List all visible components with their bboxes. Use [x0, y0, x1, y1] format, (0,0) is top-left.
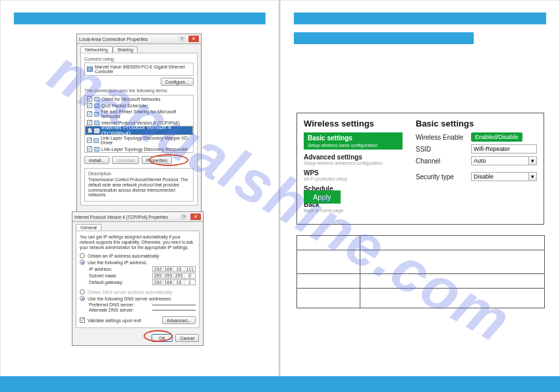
connect-using-label: Connect using:	[84, 57, 194, 61]
radio-icon	[80, 296, 85, 301]
nav-basic-desc: Setup wireless basic configuration	[304, 143, 403, 150]
desc-text: Transmission Control Protocol/Internet P…	[88, 177, 190, 198]
list-item[interactable]: QoS Packet Scheduler	[85, 102, 193, 109]
section-bar	[294, 32, 474, 44]
checkbox-icon[interactable]	[87, 111, 92, 117]
enable-label: Wireless Enable	[416, 134, 467, 141]
channel-label: Channel	[416, 157, 467, 165]
desc-heading: Description	[88, 171, 190, 176]
footer-bar	[0, 376, 560, 392]
ws-right-heading: Basic settings	[416, 119, 537, 128]
nav-wps[interactable]: WPS Wi-Fi protected setup	[304, 169, 403, 181]
lac-tabs: Networking Sharing	[77, 44, 201, 53]
alt-dns-field[interactable]	[152, 310, 196, 311]
ip-label: IP address:	[89, 267, 112, 271]
radio-auto-dns: Obtain DNS server address automatically	[80, 289, 196, 294]
channel-select[interactable]: Auto ▾	[471, 156, 537, 165]
component-icon	[94, 112, 99, 117]
component-icon	[94, 128, 99, 133]
checkbox-icon[interactable]	[87, 120, 92, 125]
properties-button[interactable]: Properties	[142, 156, 172, 164]
table-row	[297, 274, 545, 289]
spec-table	[296, 235, 545, 308]
validate-checkbox[interactable]: Validate settings upon exit	[80, 318, 141, 323]
wireless-settings-panel: Wireless settings Basic settings Setup w…	[296, 113, 544, 225]
radio-use-ip[interactable]: Use the following IP address:	[80, 260, 196, 265]
advanced-button[interactable]: Advanced...	[162, 316, 196, 324]
radio-auto-ip[interactable]: Obtain an IP address automatically	[80, 253, 196, 258]
help-icon[interactable]: ?	[180, 213, 188, 220]
table-row	[297, 236, 545, 250]
nav-advanced[interactable]: Advanced settings Setup wireless advance…	[304, 154, 403, 165]
checkbox-icon[interactable]	[88, 128, 92, 133]
radio-use-dns[interactable]: Use the following DNS server addresses:	[80, 296, 196, 301]
component-icon	[94, 121, 99, 125]
radio-icon	[80, 289, 85, 294]
install-button[interactable]: Install...	[84, 156, 109, 164]
checkbox-icon[interactable]	[87, 138, 92, 143]
ssid-label: SSID	[416, 146, 467, 153]
list-item[interactable]: File and Printer Sharing for Microsoft N…	[85, 109, 193, 119]
items-label: This connection uses the following items…	[84, 88, 194, 93]
security-select[interactable]: Disable ▾	[471, 172, 537, 181]
component-icon	[94, 138, 98, 143]
lac-titlebar: Local Area Connection Properties ? ✕	[77, 34, 201, 44]
checkbox-icon[interactable]	[87, 96, 92, 101]
chevron-down-icon: ▾	[528, 157, 536, 165]
lac-dialog: Local Area Connection Properties ? ✕ Net…	[76, 34, 202, 223]
close-icon[interactable]: ✕	[188, 36, 199, 42]
table-row	[297, 289, 545, 308]
nic-field: Marvell Yukon 88E8059 PCI-E Gigabit Ethe…	[84, 63, 194, 76]
gw-label: Default gateway:	[89, 280, 123, 285]
ipv4-title: Internet Protocol Version 4 (TCP/IPv4) P…	[74, 215, 168, 219]
checkbox-icon	[80, 318, 85, 323]
uninstall-button: Uninstall	[112, 156, 139, 164]
page-right: Wireless settings Basic settings Setup w…	[280, 0, 560, 392]
gw-field[interactable]: 192168101	[152, 279, 196, 285]
connection-items-list: Client for Microsoft Networks QoS Packet…	[84, 95, 194, 153]
ipv4-dialog: Internet Protocol Version 4 (TCP/IPv4) P…	[72, 211, 204, 346]
apply-button[interactable]: Apply	[304, 190, 341, 204]
section-bar	[294, 13, 546, 24]
close-icon[interactable]: ✕	[190, 213, 201, 220]
security-label: Security type	[416, 173, 467, 181]
alt-dns-label: Alternate DNS server:	[89, 308, 134, 312]
mask-label: Subnet mask:	[89, 273, 117, 278]
checkbox-icon[interactable]	[87, 146, 92, 152]
tab-networking[interactable]: Networking	[80, 46, 113, 53]
pref-dns-label: Preferred DNS server:	[89, 302, 134, 307]
radio-icon	[80, 260, 85, 265]
page-left: Local Area Connection Properties ? ✕ Net…	[0, 0, 280, 392]
component-icon	[94, 97, 99, 101]
enable-toggle[interactable]: Enabled/Disable	[471, 132, 522, 142]
component-icon	[94, 103, 99, 108]
nic-name: Marvell Yukon 88E8059 PCI-E Gigabit Ethe…	[95, 65, 191, 74]
cancel-button[interactable]: Cancel	[175, 334, 199, 342]
tab-general[interactable]: General	[76, 224, 101, 231]
radio-icon	[80, 253, 85, 258]
mask-field[interactable]: 2552552550	[152, 273, 196, 279]
list-item-selected[interactable]: Internet Protocol Version 4 (TCP/IPv4)	[85, 126, 193, 135]
list-item[interactable]: Link-Layer Topology Discovery Responder	[85, 146, 193, 152]
ws-nav: Wireless settings Basic settings Setup w…	[304, 117, 403, 220]
lac-title: Local Area Connection Properties	[79, 37, 148, 42]
ws-left-heading: Wireless settings	[304, 119, 403, 128]
ipv4-blurb: You can get IP settings assigned automat…	[80, 235, 196, 250]
nav-basic[interactable]: Basic settings	[304, 132, 403, 143]
nic-icon	[87, 67, 93, 72]
table-row	[297, 250, 545, 274]
help-icon[interactable]: ?	[178, 36, 186, 42]
chevron-down-icon: ▾	[528, 173, 536, 181]
ws-form: Basic settings Wireless Enable Enabled/D…	[416, 117, 537, 220]
ok-button[interactable]: OK	[152, 334, 173, 342]
ssid-input[interactable]: Wifi-Repeater	[471, 144, 537, 154]
ip-field[interactable]: 19216810111	[152, 266, 196, 272]
pref-dns-field[interactable]	[152, 304, 196, 306]
tab-sharing[interactable]: Sharing	[113, 46, 138, 53]
component-icon	[94, 147, 99, 152]
section-bar	[14, 13, 266, 24]
ipv4-titlebar: Internet Protocol Version 4 (TCP/IPv4) P…	[72, 212, 203, 222]
list-item[interactable]: Client for Microsoft Networks	[85, 96, 193, 102]
checkbox-icon[interactable]	[87, 103, 92, 108]
configure-button[interactable]: Configure...	[161, 78, 194, 86]
